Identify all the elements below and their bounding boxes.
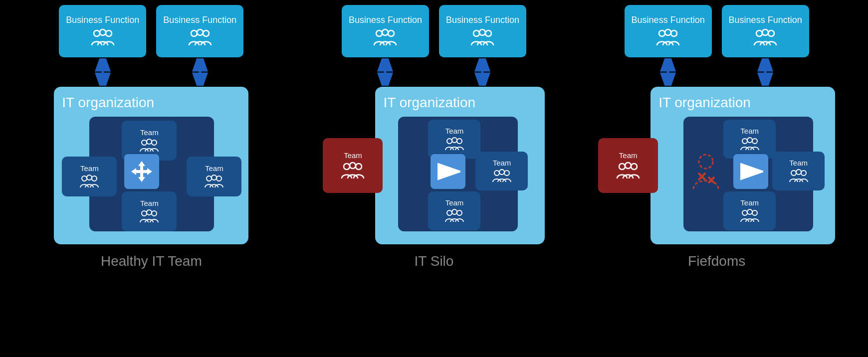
arrow-down-2	[156, 58, 243, 86]
team-bottom-silo: Team	[428, 191, 480, 230]
svg-point-14	[147, 139, 152, 144]
team-rt-silo: Team	[475, 152, 528, 190]
arrows-silo	[342, 58, 526, 86]
bf-label-2: Business Function	[163, 15, 236, 25]
svg-point-30	[376, 30, 382, 36]
svg-point-24	[207, 176, 212, 181]
team-top-silo-label: Team	[445, 127, 464, 135]
arrows-fiefdoms	[625, 58, 809, 86]
svg-point-71	[625, 163, 631, 169]
svg-point-82	[791, 171, 796, 176]
svg-point-56	[452, 209, 457, 214]
bf-box-1: Business Function	[59, 5, 146, 57]
team-bottom-healthy: Team	[122, 191, 177, 231]
svg-point-61	[768, 30, 774, 36]
svg-point-69	[619, 164, 625, 170]
team-bottom-f: Team	[723, 191, 776, 230]
svg-point-17	[87, 175, 92, 180]
arrow-silo-1	[342, 58, 429, 86]
bf-box-silo-2: Business Function	[439, 5, 526, 57]
svg-point-0	[94, 30, 100, 36]
team-top-silo: Team	[428, 120, 480, 159]
svg-point-2	[100, 29, 106, 35]
team-top-f-label: Team	[740, 127, 759, 135]
team-left-healthy: Team	[62, 157, 117, 196]
arrow-f-2	[722, 58, 809, 86]
svg-point-85	[742, 210, 747, 215]
it-org-healthy: IT organization Team Team	[54, 87, 248, 244]
svg-point-70	[631, 164, 637, 170]
bf-row-healthy: Business Function Business Function	[59, 5, 243, 57]
svg-rect-23	[134, 170, 149, 173]
svg-point-53	[499, 170, 504, 175]
svg-point-55	[457, 210, 462, 215]
svg-point-35	[479, 29, 485, 35]
team-rt-f: Team	[772, 152, 825, 190]
arrow-down-1	[59, 58, 146, 86]
teams-healthy: Team Team	[62, 117, 241, 236]
bf-label-1: Business Function	[66, 15, 139, 25]
ext-team-fiefdoms-label: Team	[619, 151, 638, 160]
svg-point-60	[756, 30, 762, 36]
bf-box-2: Business Function	[156, 5, 243, 57]
arrows-healthy	[59, 58, 243, 86]
svg-point-87	[747, 209, 752, 214]
svg-point-59	[665, 29, 671, 35]
team-right-label: Team	[205, 164, 223, 173]
section-silo: Business Function Business Function	[299, 5, 569, 269]
svg-point-62	[762, 29, 768, 35]
main-container: Business Function Business Function	[0, 0, 868, 357]
svg-point-72	[742, 139, 747, 144]
svg-point-27	[142, 211, 147, 216]
svg-point-86	[752, 210, 757, 215]
svg-point-43	[356, 164, 362, 170]
teams-silo: Team Team	[383, 117, 533, 236]
caption-fiefdoms: Fiefdoms	[688, 253, 745, 269]
right-arrow-silo	[431, 154, 465, 189]
svg-point-73	[752, 139, 757, 144]
svg-point-26	[212, 175, 217, 180]
arrow-silo-2	[439, 58, 526, 86]
svg-point-75	[699, 155, 713, 169]
svg-point-42	[344, 164, 350, 170]
svg-point-25	[217, 176, 221, 181]
bf-silo-label-1: Business Function	[349, 15, 422, 25]
svg-point-13	[152, 140, 157, 145]
external-team-fiefdoms: Team	[598, 138, 658, 193]
svg-point-28	[152, 211, 157, 216]
bf-box-f-2: Business Function	[722, 5, 809, 57]
svg-point-51	[494, 171, 499, 176]
svg-point-47	[452, 138, 457, 143]
svg-point-32	[382, 29, 388, 35]
svg-point-46	[457, 139, 462, 144]
svg-point-74	[747, 138, 752, 143]
svg-point-3	[191, 30, 197, 36]
team-rt-f-label: Team	[789, 159, 808, 167]
bf-silo-label-2: Business Function	[446, 15, 519, 25]
svg-point-15	[82, 176, 87, 181]
it-org-title-fiefdoms: IT organization	[658, 95, 827, 111]
svg-point-44	[350, 163, 356, 169]
svg-point-57	[659, 30, 665, 36]
team-left-label: Team	[80, 164, 99, 173]
svg-point-4	[203, 30, 209, 36]
bf-f-label-2: Business Function	[729, 15, 802, 25]
team-bottom-label: Team	[140, 199, 159, 207]
broken-icon-fiefdoms	[683, 149, 728, 194]
bf-row-fiefdoms: Business Function Business Function	[625, 5, 809, 57]
ext-team-silo-label: Team	[344, 151, 362, 160]
it-org-title-healthy: IT organization	[62, 95, 240, 111]
svg-point-16	[92, 176, 97, 181]
team-top-label: Team	[140, 128, 159, 137]
svg-point-52	[504, 171, 509, 176]
move-icon-healthy	[124, 154, 159, 189]
svg-point-12	[142, 140, 147, 145]
fiefdoms-org-wrapper: Team IT organization Team	[598, 87, 835, 244]
svg-point-31	[388, 30, 394, 36]
svg-point-83	[801, 171, 806, 176]
svg-point-1	[106, 30, 112, 36]
svg-point-29	[147, 210, 152, 215]
svg-point-45	[447, 139, 452, 144]
svg-point-33	[473, 30, 479, 36]
team-top-f: Team	[723, 120, 776, 159]
